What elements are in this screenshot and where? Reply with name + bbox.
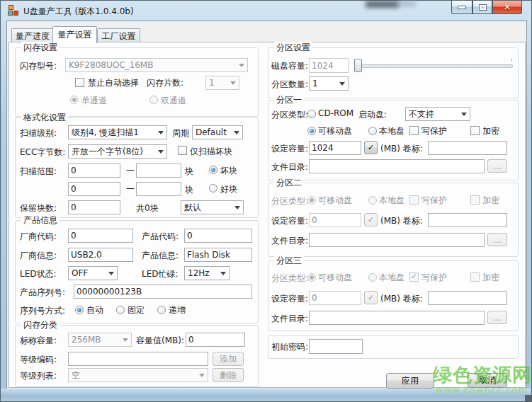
scan-bad-only-checkbox[interactable] (178, 146, 187, 155)
title-bar[interactable]: U盘量产工具 (版本1.0.4.0b) ✕ (1, 1, 531, 21)
product-info-input[interactable] (184, 248, 252, 262)
volume-name-input[interactable] (428, 291, 507, 305)
app-window: U盘量产工具 (版本1.0.4.0b) ✕ 量产进度 量产设置 工厂设置 闪存设… (0, 0, 532, 402)
cycle-label: 周期 (172, 127, 189, 139)
button-label: 应用 (402, 375, 419, 387)
volume-name-input[interactable] (428, 213, 507, 227)
local-disk-label: 本地盘 (379, 195, 404, 207)
group-title: 格式化设置 (21, 112, 68, 124)
disk-capacity-label: 磁盘容量: (271, 60, 308, 72)
led-busy-combo[interactable]: 12Hz (184, 266, 230, 280)
cdrom-radio[interactable] (307, 110, 316, 118)
browse-button[interactable]: ... (487, 159, 507, 173)
scan-level-combo[interactable]: 级别4, 慢速扫描1 (68, 125, 167, 139)
group-title: 产品信息 (21, 214, 60, 226)
tab-production-settings[interactable]: 量产设置 (52, 26, 97, 43)
add-button[interactable]: 添加 (213, 352, 244, 366)
serial-increment-radio[interactable] (157, 306, 166, 314)
partition2-group: 分区二 分区类型: 可移动盘 本地盘 写保护 加密 设定容量: ✓ (MB) 卷… (268, 183, 519, 257)
vendor-code-input[interactable] (68, 229, 133, 243)
file-dir-input[interactable] (309, 233, 485, 247)
tab-label: 工厂设置 (102, 30, 136, 42)
encrypt-checkbox[interactable] (470, 126, 480, 135)
bad-block-radio[interactable] (209, 166, 217, 174)
tab-factory-settings[interactable]: 工厂设置 (97, 28, 140, 43)
local-disk-radio (368, 196, 377, 205)
watermark-site-url: www.downcc.com (436, 384, 528, 395)
close-icon: ✕ (504, 2, 511, 12)
product-code-label: 产品代码: (142, 231, 179, 243)
grade-list-combo[interactable]: 空 (68, 368, 208, 382)
group-title: 分区设置 (274, 42, 312, 54)
mb-volume-label: (MB) 卷标: (380, 293, 423, 305)
dropdown-arrow-icon (108, 272, 114, 275)
maximize-button[interactable] (472, 1, 492, 14)
serial-auto-radio[interactable] (75, 306, 84, 314)
chip-count-combo[interactable]: 1 (205, 76, 239, 90)
check-icon: ✓ (368, 143, 374, 152)
minimize-button[interactable] (451, 1, 472, 14)
removable-label: 可移动盘 (318, 272, 352, 284)
combo-value: 1 (209, 78, 215, 88)
write-protect-checkbox (409, 195, 419, 205)
local-disk-radio (368, 273, 377, 282)
delete-button[interactable]: 删除 (213, 368, 244, 382)
window-title: U盘量产工具 (版本1.0.4.0b) (23, 6, 134, 18)
encrypt-label: 加密 (482, 195, 499, 207)
apply-button[interactable]: 应用 (386, 373, 434, 389)
removable-radio (307, 273, 316, 282)
bad-block-label: 坏块 (220, 165, 237, 177)
disk-capacity-slider-thumb[interactable] (354, 59, 362, 72)
serial-number-input[interactable] (74, 285, 252, 299)
dropdown-arrow-icon (158, 131, 164, 134)
cycle-combo[interactable]: Default (192, 125, 243, 139)
write-protect-label: 写保护 (421, 125, 447, 137)
disable-auto-select-checkbox[interactable] (75, 78, 84, 87)
blurred-overlay (366, 1, 399, 8)
combo-value: 256MB (72, 335, 101, 345)
range1-from-input[interactable] (68, 163, 120, 178)
range2-to-input[interactable] (136, 182, 181, 196)
serial-fixed-radio[interactable] (116, 306, 125, 314)
led-state-combo[interactable]: OFF (68, 266, 118, 280)
reserved-blocks-input[interactable] (68, 200, 120, 214)
block-unit-label: 块 (185, 166, 193, 178)
reserved-mode-combo[interactable]: 默认 (181, 200, 244, 214)
partition-count-combo[interactable]: 1 (309, 76, 349, 91)
range1-to-input[interactable] (136, 163, 181, 178)
flash-model-label: 闪存型号: (20, 60, 57, 72)
confirm-capacity-button[interactable]: ✓ (364, 141, 378, 154)
close-button[interactable]: ✕ (492, 1, 522, 14)
volume-name-input[interactable] (428, 141, 507, 155)
tab-production-progress[interactable]: 量产进度 (11, 28, 54, 43)
set-capacity-input[interactable] (309, 141, 361, 155)
ecc-bytes-combo[interactable]: 开放一个字节(8位) (68, 144, 167, 159)
initial-password-group: 初始密码: (268, 335, 519, 359)
partition-type-label: 分区类型: (271, 109, 308, 121)
removable-radio[interactable] (307, 127, 316, 135)
disk-capacity-slider-track[interactable] (356, 64, 513, 68)
vendor-info-input[interactable] (68, 248, 133, 262)
file-dir-input[interactable] (309, 159, 485, 173)
good-block-radio[interactable] (209, 184, 217, 193)
boot-disk-combo[interactable]: 不支持 (405, 107, 470, 121)
set-capacity-label: 设定容量: (271, 293, 308, 305)
flash-model-combo[interactable]: K9F2808UOC_16MB (65, 58, 248, 72)
initial-password-input[interactable] (309, 339, 363, 354)
file-dir-label: 文件目录: (271, 235, 308, 247)
dropdown-arrow-icon (158, 150, 164, 154)
capacity-value-input[interactable] (186, 333, 245, 347)
combo-value: K9F2808UOC_16MB (69, 60, 153, 70)
disk-capacity-input[interactable] (309, 58, 349, 73)
led-busy-label: LED忙碌: (142, 268, 179, 280)
group-title: 分区三 (274, 255, 304, 267)
file-dir-input[interactable] (309, 311, 485, 325)
write-protect-checkbox[interactable] (409, 126, 419, 135)
product-code-input[interactable] (184, 229, 252, 243)
range2-from-input[interactable] (68, 182, 120, 196)
nominal-capacity-combo[interactable]: 256MB (68, 333, 132, 347)
local-disk-radio[interactable] (368, 127, 377, 135)
chip-count-label: 闪存片数: (147, 77, 183, 89)
local-disk-label: 本地盘 (379, 125, 404, 137)
grade-code-input[interactable] (68, 352, 208, 366)
